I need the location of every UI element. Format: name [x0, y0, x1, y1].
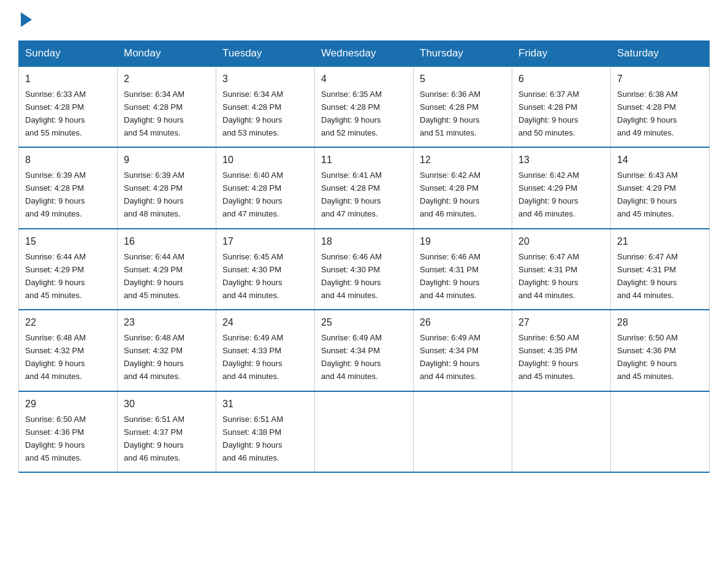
day-number: 13 — [518, 153, 604, 168]
calendar-cell: 27Sunrise: 6:50 AMSunset: 4:35 PMDayligh… — [512, 310, 611, 391]
day-number: 2 — [124, 72, 210, 87]
day-number: 5 — [420, 72, 506, 87]
day-info: Sunrise: 6:51 AMSunset: 4:37 PMDaylight:… — [124, 415, 184, 462]
calendar-cell — [512, 391, 611, 472]
calendar-cell: 21Sunrise: 6:47 AMSunset: 4:31 PMDayligh… — [611, 229, 710, 310]
calendar-cell: 14Sunrise: 6:43 AMSunset: 4:29 PMDayligh… — [611, 147, 710, 228]
day-info: Sunrise: 6:39 AMSunset: 4:28 PMDaylight:… — [25, 170, 86, 218]
day-number: 21 — [617, 234, 703, 250]
day-number: 19 — [420, 234, 506, 250]
calendar-cell: 4Sunrise: 6:35 AMSunset: 4:28 PMDaylight… — [315, 66, 414, 147]
day-info: Sunrise: 6:39 AMSunset: 4:28 PMDaylight:… — [124, 170, 184, 218]
day-number: 26 — [420, 315, 506, 331]
day-number: 20 — [518, 234, 604, 250]
day-info: Sunrise: 6:40 AMSunset: 4:28 PMDaylight:… — [222, 170, 283, 218]
day-info: Sunrise: 6:44 AMSunset: 4:29 PMDaylight:… — [124, 252, 184, 300]
day-number: 7 — [617, 72, 703, 87]
day-info: Sunrise: 6:38 AMSunset: 4:28 PMDaylight:… — [617, 90, 678, 137]
day-info: Sunrise: 6:44 AMSunset: 4:29 PMDaylight:… — [25, 252, 86, 300]
calendar-cell: 28Sunrise: 6:50 AMSunset: 4:36 PMDayligh… — [611, 310, 710, 391]
day-number: 23 — [124, 315, 210, 331]
day-number: 31 — [222, 397, 308, 412]
day-number: 10 — [222, 153, 308, 168]
calendar-cell: 24Sunrise: 6:49 AMSunset: 4:33 PMDayligh… — [216, 310, 315, 391]
day-number: 3 — [222, 72, 308, 87]
day-number: 18 — [321, 234, 407, 250]
page-header — [18, 12, 710, 28]
calendar-cell: 23Sunrise: 6:48 AMSunset: 4:32 PMDayligh… — [118, 310, 216, 391]
calendar-cell: 6Sunrise: 6:37 AMSunset: 4:28 PMDaylight… — [512, 66, 611, 147]
day-header-tuesday: Tuesday — [216, 41, 315, 67]
calendar-cell: 26Sunrise: 6:49 AMSunset: 4:34 PMDayligh… — [414, 310, 512, 391]
calendar-cell: 1Sunrise: 6:33 AMSunset: 4:28 PMDaylight… — [19, 66, 118, 147]
day-number: 11 — [321, 153, 407, 168]
calendar-cell: 9Sunrise: 6:39 AMSunset: 4:28 PMDaylight… — [118, 147, 216, 228]
day-info: Sunrise: 6:36 AMSunset: 4:28 PMDaylight:… — [420, 90, 480, 137]
calendar-cell: 3Sunrise: 6:34 AMSunset: 4:28 PMDaylight… — [216, 66, 315, 147]
day-number: 25 — [321, 315, 407, 331]
week-row-1: 1Sunrise: 6:33 AMSunset: 4:28 PMDaylight… — [19, 66, 710, 147]
calendar-cell: 12Sunrise: 6:42 AMSunset: 4:28 PMDayligh… — [414, 147, 512, 228]
day-number: 15 — [25, 234, 111, 250]
calendar-cell: 17Sunrise: 6:45 AMSunset: 4:30 PMDayligh… — [216, 229, 315, 310]
calendar-cell — [611, 391, 710, 472]
logo-blue — [18, 12, 32, 28]
day-info: Sunrise: 6:50 AMSunset: 4:36 PMDaylight:… — [25, 415, 86, 462]
day-info: Sunrise: 6:42 AMSunset: 4:28 PMDaylight:… — [420, 170, 480, 218]
day-number: 4 — [321, 72, 407, 87]
calendar-cell: 31Sunrise: 6:51 AMSunset: 4:38 PMDayligh… — [216, 391, 315, 472]
day-info: Sunrise: 6:51 AMSunset: 4:38 PMDaylight:… — [222, 415, 283, 462]
day-info: Sunrise: 6:49 AMSunset: 4:33 PMDaylight:… — [222, 333, 283, 381]
day-info: Sunrise: 6:34 AMSunset: 4:28 PMDaylight:… — [124, 90, 184, 137]
day-header-wednesday: Wednesday — [315, 41, 414, 67]
calendar-cell: 8Sunrise: 6:39 AMSunset: 4:28 PMDaylight… — [19, 147, 118, 228]
day-number: 12 — [420, 153, 506, 168]
days-of-week-row: SundayMondayTuesdayWednesdayThursdayFrid… — [19, 41, 710, 67]
calendar-cell: 5Sunrise: 6:36 AMSunset: 4:28 PMDaylight… — [414, 66, 512, 147]
day-info: Sunrise: 6:49 AMSunset: 4:34 PMDaylight:… — [321, 333, 382, 381]
day-number: 6 — [518, 72, 604, 87]
calendar-cell: 10Sunrise: 6:40 AMSunset: 4:28 PMDayligh… — [216, 147, 315, 228]
day-info: Sunrise: 6:42 AMSunset: 4:29 PMDaylight:… — [518, 170, 579, 218]
day-header-thursday: Thursday — [414, 41, 512, 67]
calendar-cell: 7Sunrise: 6:38 AMSunset: 4:28 PMDaylight… — [611, 66, 710, 147]
calendar-cell: 30Sunrise: 6:51 AMSunset: 4:37 PMDayligh… — [118, 391, 216, 472]
week-row-4: 22Sunrise: 6:48 AMSunset: 4:32 PMDayligh… — [19, 310, 710, 391]
day-info: Sunrise: 6:46 AMSunset: 4:31 PMDaylight:… — [420, 252, 480, 300]
day-header-sunday: Sunday — [19, 41, 118, 67]
week-row-2: 8Sunrise: 6:39 AMSunset: 4:28 PMDaylight… — [19, 147, 710, 228]
calendar-cell: 11Sunrise: 6:41 AMSunset: 4:28 PMDayligh… — [315, 147, 414, 228]
day-info: Sunrise: 6:47 AMSunset: 4:31 PMDaylight:… — [617, 252, 678, 300]
calendar-cell: 13Sunrise: 6:42 AMSunset: 4:29 PMDayligh… — [512, 147, 611, 228]
day-info: Sunrise: 6:48 AMSunset: 4:32 PMDaylight:… — [25, 333, 86, 381]
calendar-cell: 25Sunrise: 6:49 AMSunset: 4:34 PMDayligh… — [315, 310, 414, 391]
calendar-cell — [315, 391, 414, 472]
day-info: Sunrise: 6:46 AMSunset: 4:30 PMDaylight:… — [321, 252, 382, 300]
day-header-saturday: Saturday — [611, 41, 710, 67]
logo-triangle-icon — [21, 12, 32, 27]
day-info: Sunrise: 6:41 AMSunset: 4:28 PMDaylight:… — [321, 170, 382, 218]
day-info: Sunrise: 6:49 AMSunset: 4:34 PMDaylight:… — [420, 333, 480, 381]
day-info: Sunrise: 6:50 AMSunset: 4:36 PMDaylight:… — [617, 333, 678, 381]
calendar-table: SundayMondayTuesdayWednesdayThursdayFrid… — [18, 40, 710, 473]
day-number: 16 — [124, 234, 210, 250]
day-number: 8 — [25, 153, 111, 168]
day-info: Sunrise: 6:43 AMSunset: 4:29 PMDaylight:… — [617, 170, 678, 218]
day-info: Sunrise: 6:37 AMSunset: 4:28 PMDaylight:… — [518, 90, 579, 137]
day-header-monday: Monday — [118, 41, 216, 67]
calendar-cell: 20Sunrise: 6:47 AMSunset: 4:31 PMDayligh… — [512, 229, 611, 310]
day-number: 24 — [222, 315, 308, 331]
calendar-cell: 18Sunrise: 6:46 AMSunset: 4:30 PMDayligh… — [315, 229, 414, 310]
day-info: Sunrise: 6:45 AMSunset: 4:30 PMDaylight:… — [222, 252, 283, 300]
calendar-cell — [414, 391, 512, 472]
calendar-cell: 22Sunrise: 6:48 AMSunset: 4:32 PMDayligh… — [19, 310, 118, 391]
logo — [18, 12, 32, 28]
day-number: 17 — [222, 234, 308, 250]
day-info: Sunrise: 6:50 AMSunset: 4:35 PMDaylight:… — [518, 333, 579, 381]
calendar-cell: 29Sunrise: 6:50 AMSunset: 4:36 PMDayligh… — [19, 391, 118, 472]
calendar-cell: 2Sunrise: 6:34 AMSunset: 4:28 PMDaylight… — [118, 66, 216, 147]
day-number: 9 — [124, 153, 210, 168]
day-number: 28 — [617, 315, 703, 331]
day-number: 14 — [617, 153, 703, 168]
week-row-3: 15Sunrise: 6:44 AMSunset: 4:29 PMDayligh… — [19, 229, 710, 310]
